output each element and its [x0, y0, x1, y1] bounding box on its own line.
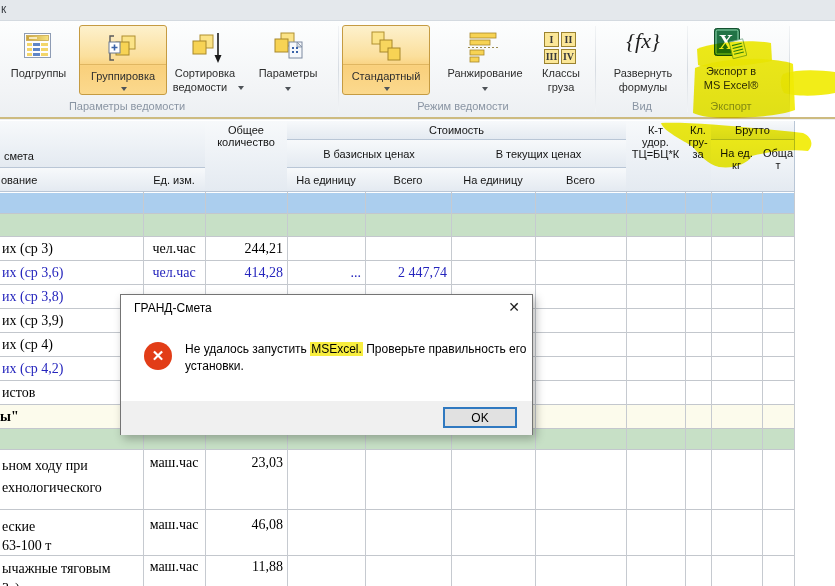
cell-qty: 11,88 [206, 559, 283, 575]
table-row[interactable]: еские63-100 т маш.час 46,08 [0, 510, 794, 556]
header-current-prices[interactable]: В текущих ценах [451, 140, 627, 168]
group-caption-view: Вид [592, 100, 692, 113]
header-total-qty[interactable]: Общееколичество [205, 121, 288, 192]
ok-button[interactable]: OK [443, 407, 517, 428]
ribbon-empty-area [790, 21, 835, 117]
group-separator [338, 26, 339, 112]
sorting-label-line1: Сортировка [165, 67, 245, 79]
parameters-label: Параметры [248, 67, 328, 79]
ribbon: Подгруппы Группировка Сортировка [0, 21, 835, 120]
cargo-classes-icon: III IIIIV [543, 31, 577, 65]
cell-qty: 46,08 [206, 517, 283, 533]
header-total-cur[interactable]: Всего [535, 168, 627, 192]
svg-text:II: II [565, 34, 573, 45]
dialog-message: Не удалось запустить MSExcel. Проверьте … [185, 341, 537, 375]
group-caption-export: Экспорт [681, 100, 781, 113]
ranging-icon [466, 31, 504, 65]
grid-line [711, 192, 712, 586]
cargo-classes-label-line2: груза [521, 81, 601, 93]
cell-unit: чел.час [144, 241, 204, 257]
cell-name: еские63-100 т [2, 517, 51, 555]
ranging-dropdown-arrow [482, 87, 488, 91]
ribbon-tab-strip: к [0, 0, 835, 21]
grouping-label: Группировка [80, 70, 166, 82]
error-dialog: ГРАНД-Смета ✕ ✕ Не удалось запустить MSE… [120, 294, 533, 435]
parameters-icon [272, 31, 306, 63]
cell-name: ьном ходу приехнологического [2, 455, 102, 499]
header-per-unit-base[interactable]: На единицу [287, 168, 366, 192]
standard-dropdown-arrow [384, 87, 390, 91]
cell-base-total: 2 447,74 [366, 265, 447, 281]
svg-text:I: I [550, 34, 554, 45]
grouping-button[interactable]: Группировка [79, 25, 167, 95]
table-row[interactable]: их (ср 3) чел.час 244,21 [0, 237, 794, 261]
cell-name: истов [2, 385, 35, 401]
app-window: к [0, 0, 835, 586]
cell-name: их (ср 4) [2, 337, 53, 353]
cell-name: их (ср 3,6) [2, 265, 64, 281]
standard-mode-button[interactable]: Стандартный [342, 25, 430, 95]
group-caption-vedomost-mode: Режим ведомости [363, 100, 563, 113]
header-name[interactable]: ование [0, 168, 144, 192]
standard-mode-icon [369, 30, 405, 64]
cell-unit: маш.час [144, 517, 204, 533]
dialog-close-icon[interactable]: ✕ [508, 299, 520, 315]
cell-unit: маш.час [144, 455, 204, 471]
header-unit[interactable]: Ед. изм. [143, 168, 206, 192]
standard-mode-label: Стандартный [343, 70, 429, 82]
header-per-unit-cur[interactable]: На единицу [451, 168, 536, 192]
dialog-title: ГРАНД-Смета [134, 301, 212, 315]
header-smeta[interactable]: смета [0, 121, 206, 168]
parameters-dropdown-arrow [285, 87, 291, 91]
grid-line [794, 192, 795, 586]
header-cargo-class[interactable]: Кл.гру-за [685, 121, 712, 192]
highlighted-word: MSExcel. [310, 342, 363, 356]
clipped-tab-label[interactable]: к [1, 2, 6, 16]
grouping-icon [108, 33, 142, 63]
svg-text:IV: IV [563, 51, 575, 62]
header-brutto-unit[interactable]: На ед.кг [711, 140, 763, 192]
cell-qty: 23,03 [206, 455, 283, 471]
cell-qty: 244,21 [206, 241, 283, 257]
cell-name: их (ср 3,9) [2, 313, 64, 329]
grid-line [626, 192, 627, 586]
header-total-base[interactable]: Всего [365, 168, 452, 192]
table-row[interactable]: ычажные тяговым3э) маш.час 11,88 [0, 556, 794, 586]
subgroups-icon [23, 32, 53, 60]
export-excel-label-line1: Экспорт в [691, 65, 771, 77]
header-cost[interactable]: Стоимость [287, 121, 627, 140]
grid-line [762, 192, 763, 586]
expand-formulas-label-line1: Развернуть [603, 67, 683, 79]
cell-name: ычажные тяговым3э) [2, 559, 111, 586]
cell-name: их (ср 4,2) [2, 361, 64, 377]
header-brutto-total[interactable]: Общат [762, 140, 795, 192]
grid-line [685, 192, 686, 586]
header-brutto[interactable]: Брутто [711, 121, 795, 140]
ribbon-bottom-border [0, 117, 835, 119]
expand-formulas-icon: {fx} [620, 28, 666, 54]
excel-icon: X [713, 27, 747, 61]
expand-formulas-label-line2: формулы [603, 81, 683, 93]
cell-base-unit: ... [288, 265, 361, 281]
cell-name: ы" [0, 409, 19, 425]
header-base-prices[interactable]: В базисных ценах [287, 140, 452, 168]
section-row-blue[interactable] [0, 193, 794, 214]
grouping-dropdown-arrow [121, 87, 127, 91]
subgroups-label: Подгруппы [0, 67, 77, 79]
table-row[interactable]: ьном ходу приехнологического маш.час 23,… [0, 450, 794, 510]
export-excel-label-line2: MS Excel® [691, 79, 771, 91]
table-row[interactable]: их (ср 3,6) чел.час 414,28 ... 2 447,74 [0, 261, 794, 285]
cell-name: их (ср 3) [2, 241, 53, 257]
sorting-label-line2: ведомости [160, 81, 240, 93]
cargo-classes-label-line1: Классы [521, 67, 601, 79]
error-icon: ✕ [144, 342, 172, 370]
section-row-green[interactable] [0, 214, 794, 237]
sorting-dropdown-arrow [238, 86, 244, 90]
grid-line [535, 192, 536, 586]
sorting-icon [190, 31, 224, 65]
cell-unit: маш.час [144, 559, 204, 575]
group-caption-vedomost-params: Параметры ведомости [27, 100, 227, 113]
cell-name: их (ср 3,8) [2, 289, 64, 305]
header-k-udor[interactable]: К-тудор.ТЦ=БЦ*К [626, 121, 686, 192]
svg-text:III: III [546, 51, 558, 62]
